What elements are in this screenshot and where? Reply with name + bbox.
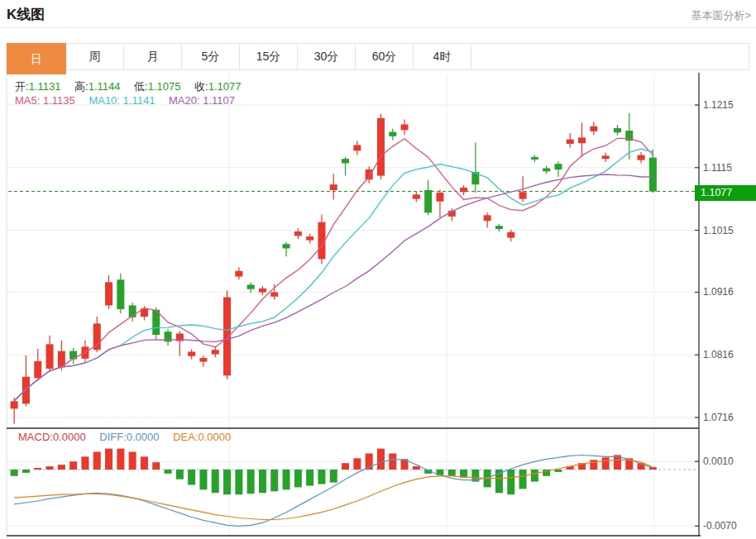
candle-body bbox=[22, 377, 30, 404]
candle-body bbox=[401, 124, 409, 130]
candle-body bbox=[294, 231, 302, 236]
macd-bar bbox=[212, 470, 219, 493]
tab-month[interactable]: 月 bbox=[124, 44, 182, 69]
macd-bar bbox=[602, 457, 610, 470]
macd-bar bbox=[330, 470, 337, 483]
candle-body bbox=[11, 401, 18, 408]
candle-body bbox=[460, 188, 467, 192]
candle-body bbox=[531, 157, 538, 160]
macd-bar bbox=[353, 458, 361, 470]
macd-bar bbox=[306, 470, 313, 486]
dea-value-legend: DEA:0.0000 bbox=[173, 431, 231, 443]
macd-bar bbox=[590, 460, 597, 470]
macd-bar bbox=[176, 470, 184, 479]
candle-body bbox=[223, 298, 231, 376]
period-tabbar: 日 周 月 5分 15分 30分 60分 4时 bbox=[7, 43, 749, 70]
macd-legend: MACD:0.0000 DIFF:0.0000 DEA:0.0000 bbox=[18, 431, 242, 443]
macd-bar bbox=[294, 470, 302, 487]
tab-4hour[interactable]: 4时 bbox=[414, 44, 471, 69]
candle-body bbox=[424, 190, 432, 212]
y-axis-tick-label: 1.1115 bbox=[703, 162, 732, 174]
candle-body bbox=[366, 169, 373, 179]
candle-body bbox=[247, 284, 255, 289]
y-axis-tick-label: 1.0816 bbox=[703, 349, 734, 360]
candle-body bbox=[283, 244, 290, 248]
open-label: 开: bbox=[15, 80, 29, 93]
macd-bar bbox=[58, 465, 65, 470]
candle-body bbox=[199, 358, 207, 362]
candle-body bbox=[93, 323, 101, 350]
macd-bar bbox=[46, 466, 54, 470]
high-label: 高: bbox=[74, 80, 89, 93]
macd-bar bbox=[188, 470, 195, 485]
current-price-tag: 1.1077 bbox=[695, 185, 756, 201]
macd-bar bbox=[199, 470, 207, 489]
y-axis-tick-label: 1.1015 bbox=[703, 225, 734, 236]
low-value: 1.1075 bbox=[148, 80, 181, 93]
candle-body bbox=[519, 192, 527, 198]
candle-body bbox=[649, 158, 657, 192]
macd-bar bbox=[247, 470, 255, 494]
ohlc-legend: 开:1.1131 高:1.1144 低:1.1075 收:1.1077 bbox=[15, 79, 252, 94]
candle-body bbox=[212, 350, 219, 354]
diff-value-legend: DIFF:0.0000 bbox=[99, 431, 159, 443]
macd-bar bbox=[223, 470, 231, 494]
candle-body bbox=[342, 159, 349, 163]
kline-widget: K线图 基本面分析> 日 周 月 5分 15分 30分 60分 4时 1.121… bbox=[0, 0, 756, 539]
macd-bar bbox=[377, 449, 385, 470]
candle-body bbox=[235, 271, 242, 277]
candle-body bbox=[567, 140, 574, 144]
macd-value-legend: MACD:0.0000 bbox=[18, 431, 86, 443]
low-label: 低: bbox=[134, 80, 148, 93]
tab-30min[interactable]: 30分 bbox=[298, 44, 356, 69]
macd-bar bbox=[11, 470, 18, 476]
macd-bar bbox=[129, 452, 136, 470]
candle-body bbox=[188, 351, 195, 355]
candle-body bbox=[590, 126, 597, 131]
macd-bar bbox=[507, 470, 514, 494]
macd-bar bbox=[531, 470, 538, 482]
tab-5min[interactable]: 5分 bbox=[182, 44, 240, 69]
candle-body bbox=[270, 292, 278, 296]
candle-body bbox=[554, 164, 562, 169]
close-label: 收: bbox=[194, 80, 208, 93]
candle-body bbox=[306, 236, 313, 241]
macd-bar bbox=[318, 470, 325, 484]
candle-body bbox=[46, 344, 54, 369]
macd-bar bbox=[235, 470, 242, 494]
candle-body bbox=[413, 194, 420, 198]
y-axis-tick-label: 1.0716 bbox=[703, 412, 734, 423]
close-value: 1.1077 bbox=[208, 80, 242, 93]
candle-body bbox=[638, 155, 645, 160]
ma20-legend: MA20: 1.1107 bbox=[169, 94, 235, 107]
candle-body bbox=[507, 232, 514, 238]
macd-bar bbox=[389, 454, 396, 470]
open-value: 1.1131 bbox=[29, 80, 61, 93]
macd-bar bbox=[93, 452, 101, 470]
candles-layer bbox=[11, 113, 657, 424]
macd-layer bbox=[11, 449, 657, 527]
macd-bar bbox=[259, 470, 266, 493]
tab-60min[interactable]: 60分 bbox=[356, 44, 414, 69]
ma5-legend: MA5: 1.1135 bbox=[15, 94, 75, 107]
high-value: 1.1144 bbox=[89, 80, 121, 93]
tab-week[interactable]: 周 bbox=[66, 44, 124, 69]
macd-bar bbox=[413, 466, 420, 470]
candle-body bbox=[105, 282, 112, 305]
tab-day[interactable]: 日 bbox=[7, 43, 66, 74]
candle-body bbox=[436, 193, 443, 202]
y-axis-tick-label: 1.0916 bbox=[703, 286, 734, 298]
macd-bar bbox=[448, 470, 456, 476]
macd-bar bbox=[22, 470, 30, 473]
ma-legend: MA5: 1.1135 MA10: 1.1141 MA20: 1.1107 bbox=[15, 94, 246, 107]
macd-bar bbox=[117, 449, 124, 470]
candle-body bbox=[578, 137, 586, 143]
tab-15min[interactable]: 15分 bbox=[240, 44, 298, 69]
macd-bar bbox=[34, 468, 41, 470]
candle-body bbox=[34, 361, 41, 378]
macd-bar bbox=[105, 449, 112, 470]
candle-body bbox=[330, 184, 337, 190]
macd-bar bbox=[152, 462, 160, 470]
candle-body bbox=[353, 145, 361, 150]
y-axis-tick-label: -0.0070 bbox=[703, 520, 737, 532]
